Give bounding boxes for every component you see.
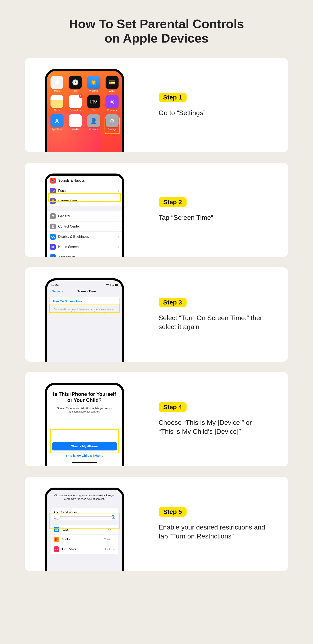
step-badge: Step 3	[159, 298, 187, 307]
step-desc: Go to “Settings”	[159, 108, 267, 118]
phone-mock-screen-time: 12:23 ••• 5G ▮▮ ‹ Settings Screen Time T…	[45, 278, 124, 362]
this-is-my-iphone-button[interactable]: This is My iPhone	[52, 442, 117, 450]
restriction-row[interactable]: ▭TV ShowsTV-G⌄	[51, 544, 118, 554]
restriction-row[interactable]: ▦Apps4+⌄	[51, 525, 118, 534]
page-title: How To Set Parental Controls on Apple De…	[42, 17, 271, 46]
settings-app-icon[interactable]: ⚙	[106, 114, 119, 127]
step-badge: Step 1	[159, 92, 187, 102]
phone-mock-ownership: Is This iPhone for Yourself or Your Chil…	[45, 383, 124, 466]
step-badge: Step 2	[159, 197, 187, 207]
this-is-my-childs-iphone-button[interactable]: This is My Child's iPhone	[52, 450, 117, 458]
step-badge: Step 5	[159, 507, 187, 516]
step-desc: Tap “Screen Time”	[159, 213, 267, 222]
phone-mock-settings: 🔊Sounds & Haptics› 🌙Focus› ⏳Screen Time›…	[45, 174, 124, 257]
step-badge: Step 4	[159, 402, 187, 412]
phone-mock-home: ⬢Maps 🕙Clock ☀️Weather 💳Wallet Notes ☰3R…	[45, 69, 124, 152]
phone-mock-restrictions: Choose an age for suggested content rest…	[45, 488, 124, 571]
age-slider-box[interactable]: Age: 5 and under 👤 👤	[51, 508, 118, 520]
step-desc: Select “Turn On Screen Time,” then selec…	[159, 314, 267, 332]
step-card-4: Is This iPhone for Yourself or Your Chil…	[25, 372, 288, 466]
restriction-row[interactable]: 📕BooksClean⌄	[51, 534, 118, 544]
step-desc: Enable your desired restrictions and tap…	[159, 523, 267, 541]
turn-on-screen-time-button[interactable]: Turn On Screen Time	[50, 297, 120, 306]
slider-knob[interactable]	[55, 514, 60, 519]
step-card-5: Choose an age for suggested content rest…	[25, 477, 288, 571]
step-desc: Choose “This is My [Device]” or “This is…	[159, 418, 267, 436]
screen-time-row[interactable]: ⏳Screen Time›	[47, 196, 122, 206]
app-store-icon: A	[51, 114, 64, 127]
step-card-2: 🔊Sounds & Haptics› 🌙Focus› ⏳Screen Time›…	[25, 163, 288, 257]
step-card-3: 12:23 ••• 5G ▮▮ ‹ Settings Screen Time T…	[25, 267, 288, 362]
step-card-1: ⬢Maps 🕙Clock ☀️Weather 💳Wallet Notes ☰3R…	[25, 58, 288, 152]
